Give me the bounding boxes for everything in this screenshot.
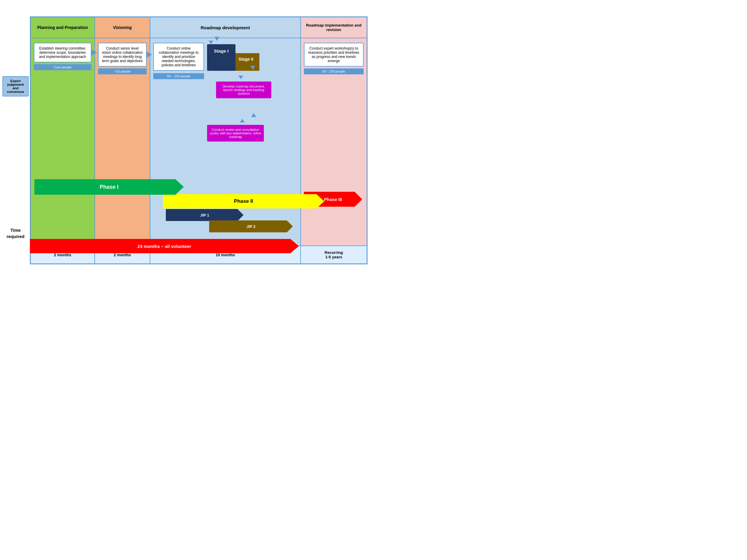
planning-info-box: Establish steering committee; determine …	[34, 43, 92, 62]
months-24-arrow: 24 months – all volunteer	[30, 239, 299, 253]
stage-ii-box: Stage II	[232, 53, 259, 71]
col-implementation: Conduct expert workshop(s) to reassess p…	[301, 38, 367, 245]
expert-label: Expert judgement and consensus	[7, 79, 24, 94]
main-diagram: Planning and Preparation Visioning Roadm…	[30, 17, 367, 264]
time-implementation: Recurring 1-5 years	[301, 246, 367, 263]
col-planning: Establish steering committee; determine …	[31, 38, 95, 245]
phase-i-arrow: Phase I	[34, 179, 184, 195]
planning-arrow-right	[92, 50, 97, 56]
collab-to-stage-arrow	[209, 41, 213, 44]
time-required-label: Time required	[2, 227, 29, 240]
col-header-implementation: Roadmap implementation and revision	[301, 17, 367, 37]
visioning-arrow-right	[147, 52, 152, 58]
stage-i-box: Stage I	[207, 44, 235, 71]
top-down-arrow	[214, 37, 219, 41]
col-header-planning: Planning and Preparation	[31, 17, 95, 37]
review-arrow-up	[240, 119, 245, 123]
conduct-review-box: Conduct review and consultation cycles w…	[207, 125, 264, 141]
visioning-info-box: Conduct senior level vision online colla…	[98, 43, 147, 66]
planning-badge: Core people	[34, 64, 92, 70]
review-to-develop-up	[251, 113, 256, 117]
col-header-roadmap: Roadmap development	[150, 17, 301, 37]
implementation-badge: 50 - 150 people	[304, 69, 364, 74]
expert-judgement-box: Expert judgement and consensus	[2, 76, 29, 97]
implementation-info-box: Conduct expert workshop(s) to reassess p…	[304, 43, 364, 66]
visioning-badge: ~25 people	[98, 69, 147, 74]
roadmap-info-box: Conduct online collaboration meetings to…	[153, 43, 204, 71]
develop-roadmap-box: Develop roadmap document, launch strateg…	[216, 82, 271, 98]
stage-arrow-down	[238, 76, 243, 79]
jip-1-arrow: JIP 1	[166, 209, 243, 221]
col-header-visioning: Visioning	[95, 17, 150, 37]
jip-2-arrow: JIP 2	[209, 220, 293, 232]
stage-ii-to-develop-arrow	[250, 66, 255, 70]
phase-ii-arrow: Phase II	[163, 194, 324, 209]
roadmap-badge: 50 – 150 people	[153, 73, 204, 79]
col-visioning: Conduct senior level vision online colla…	[95, 38, 150, 245]
